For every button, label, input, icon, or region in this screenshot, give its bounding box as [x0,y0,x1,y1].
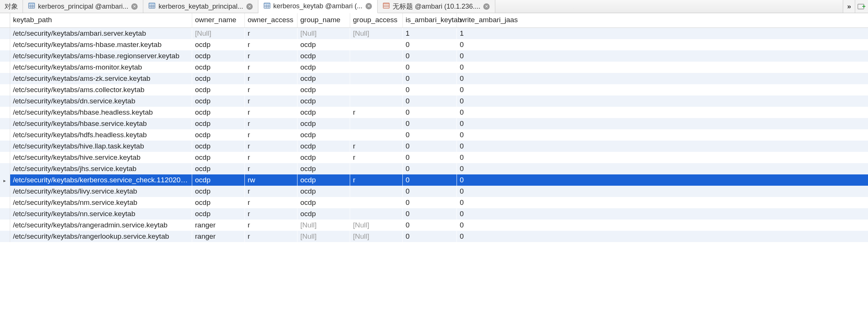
table-row[interactable]: /etc/security/keytabs/hbase.headless.key… [0,107,868,118]
row-gutter[interactable] [0,73,10,84]
cell-is_ambari_keytab[interactable]: 0 [402,129,457,141]
cell-is_ambari_keytab[interactable]: 0 [402,197,457,208]
row-gutter[interactable] [0,141,10,152]
cell-keytab_path[interactable]: /etc/security/keytabs/hive.llap.task.key… [10,141,192,152]
cell-group_name[interactable]: ocdp [297,163,350,174]
cell-keytab_path[interactable]: /etc/security/keytabs/ams.collector.keyt… [10,84,192,95]
cell-owner_access[interactable]: r [244,197,297,208]
cell-group_name[interactable]: ocdp [297,141,350,152]
cell-group_access[interactable]: [Null] [350,220,402,231]
cell-group_access[interactable] [350,163,402,174]
cell-is_ambari_keytab[interactable]: 0 [402,174,457,186]
cell-group_name[interactable]: ocdp [297,62,350,73]
row-gutter[interactable] [0,152,10,163]
cell-owner_name[interactable]: ocdp [192,62,244,73]
cell-owner_name[interactable]: ocdp [192,141,244,152]
cell-owner_access[interactable]: r [244,95,297,107]
cell-write_ambari_jaas[interactable]: 1 [457,27,868,39]
cell-group_access[interactable] [350,73,402,84]
cell-group_name[interactable]: ocdp [297,129,350,141]
cell-group_name[interactable]: ocdp [297,73,350,84]
cell-is_ambari_keytab[interactable]: 0 [402,141,457,152]
row-gutter[interactable] [0,118,10,129]
row-gutter[interactable] [0,231,10,242]
cell-group_access[interactable] [350,50,402,62]
cell-owner_access[interactable]: r [244,220,297,231]
cell-group_name[interactable]: ocdp [297,186,350,197]
cell-write_ambari_jaas[interactable]: 0 [457,129,868,141]
cell-is_ambari_keytab[interactable]: 0 [402,62,457,73]
cell-owner_name[interactable]: ocdp [192,73,244,84]
row-gutter[interactable] [0,50,10,62]
cell-owner_name[interactable]: ocdp [192,163,244,174]
cell-write_ambari_jaas[interactable]: 0 [457,73,868,84]
row-gutter[interactable] [0,107,10,118]
cell-write_ambari_jaas[interactable]: 0 [457,163,868,174]
cell-group_access[interactable] [350,39,402,50]
row-gutter[interactable] [0,208,10,220]
cell-owner_access[interactable]: r [244,39,297,50]
column-header-write_ambari_jaas[interactable]: write_ambari_jaas [457,13,868,27]
row-gutter[interactable] [0,129,10,141]
cell-owner_access[interactable]: rw [244,174,297,186]
cell-owner_access[interactable]: r [244,50,297,62]
cell-keytab_path[interactable]: /etc/security/keytabs/hbase.headless.key… [10,107,192,118]
cell-owner_access[interactable]: r [244,231,297,242]
cell-is_ambari_keytab[interactable]: 0 [402,152,457,163]
row-gutter[interactable] [0,95,10,107]
cell-is_ambari_keytab[interactable]: 0 [402,39,457,50]
new-tab-button[interactable] [855,0,868,13]
table-row[interactable]: /etc/security/keytabs/hdfs.headless.keyt… [0,129,868,141]
cell-owner_access[interactable]: r [244,208,297,220]
cell-keytab_path[interactable]: /etc/security/keytabs/ambari.server.keyt… [10,27,192,39]
cell-keytab_path[interactable]: /etc/security/keytabs/nm.service.keytab [10,197,192,208]
cell-is_ambari_keytab[interactable]: 0 [402,231,457,242]
cell-write_ambari_jaas[interactable]: 0 [457,174,868,186]
cell-owner_name[interactable]: ocdp [192,208,244,220]
row-gutter[interactable] [0,27,10,39]
tab-close-button[interactable] [483,3,490,10]
table-row[interactable]: /etc/security/keytabs/nn.service.keytabo… [0,208,868,220]
cell-group_access[interactable] [350,118,402,129]
cell-group_access[interactable] [350,197,402,208]
cell-owner_name[interactable]: ocdp [192,50,244,62]
row-gutter[interactable] [0,186,10,197]
cell-write_ambari_jaas[interactable]: 0 [457,95,868,107]
cell-write_ambari_jaas[interactable]: 0 [457,186,868,197]
cell-group_access[interactable]: r [350,152,402,163]
column-header-owner_access[interactable]: owner_access [244,13,297,27]
cell-owner_access[interactable]: r [244,107,297,118]
cell-group_access[interactable]: [Null] [350,231,402,242]
table-row[interactable]: /etc/security/keytabs/ams-hbase.master.k… [0,39,868,50]
tab-close-button[interactable] [246,3,253,10]
cell-group_name[interactable]: [Null] [297,220,350,231]
cell-group_name[interactable]: ocdp [297,50,350,62]
table-row[interactable]: /etc/security/keytabs/hive.llap.task.key… [0,141,868,152]
table-row[interactable]: /etc/security/keytabs/nm.service.keytabo… [0,197,868,208]
tab-close-button[interactable] [131,3,138,10]
table-row[interactable]: /etc/security/keytabs/rangeradmin.servic… [0,220,868,231]
cell-keytab_path[interactable]: /etc/security/keytabs/kerberos.service_c… [10,174,192,186]
cell-keytab_path[interactable]: /etc/security/keytabs/hbase.service.keyt… [10,118,192,129]
cell-owner_name[interactable]: [Null] [192,27,244,39]
cell-is_ambari_keytab[interactable]: 0 [402,208,457,220]
cell-is_ambari_keytab[interactable]: 0 [402,73,457,84]
column-header-group_name[interactable]: group_name [297,13,350,27]
table-row[interactable]: /etc/security/keytabs/livy.service.keyta… [0,186,868,197]
cell-write_ambari_jaas[interactable]: 0 [457,220,868,231]
table-row[interactable]: /etc/security/keytabs/ambari.server.keyt… [0,27,868,39]
cell-owner_access[interactable]: r [244,186,297,197]
cell-group_access[interactable]: r [350,107,402,118]
table-row[interactable]: /etc/security/keytabs/ams-hbase.regionse… [0,50,868,62]
cell-owner_name[interactable]: ocdp [192,174,244,186]
cell-is_ambari_keytab[interactable]: 0 [402,163,457,174]
cell-write_ambari_jaas[interactable]: 0 [457,39,868,50]
cell-is_ambari_keytab[interactable]: 0 [402,107,457,118]
cell-owner_name[interactable]: ranger [192,231,244,242]
cell-group_access[interactable]: r [350,174,402,186]
row-gutter[interactable] [0,220,10,231]
row-gutter[interactable]: ▸ [0,174,10,186]
tab-close-button[interactable] [366,3,372,9]
cell-owner_access[interactable]: r [244,163,297,174]
objects-tab[interactable]: 对象 [0,0,23,13]
